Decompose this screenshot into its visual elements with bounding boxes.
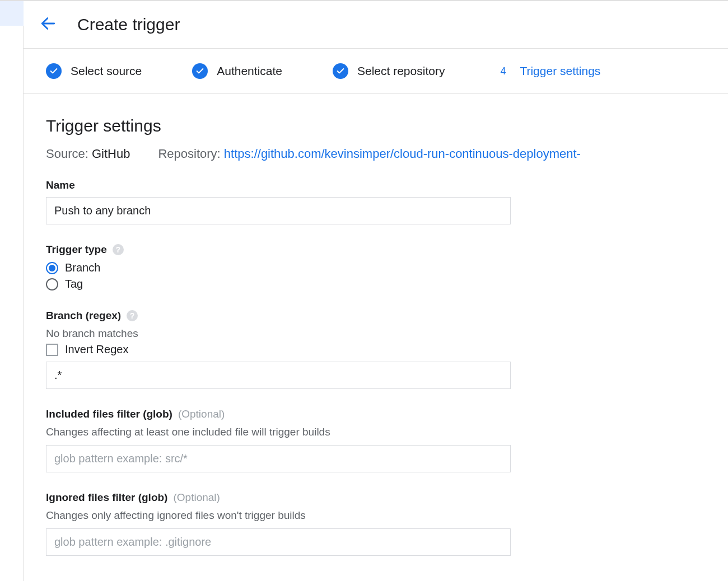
source-value: GitHub xyxy=(92,147,130,161)
section-title: Trigger settings xyxy=(46,116,673,135)
optional-text: (Optional) xyxy=(178,408,225,420)
branch-regex-subtext: No branch matches xyxy=(46,327,511,340)
branch-regex-field: Branch (regex) ? No branch matches Inver… xyxy=(46,310,511,389)
checkbox-icon xyxy=(46,344,58,356)
trigger-type-label-text: Trigger type xyxy=(46,243,107,256)
step-label: Select source xyxy=(71,64,142,78)
back-arrow-icon[interactable] xyxy=(39,15,57,35)
included-files-field: Included files filter (glob) (Optional) … xyxy=(46,408,511,472)
radio-label: Branch xyxy=(65,261,100,274)
help-icon[interactable]: ? xyxy=(127,310,138,321)
name-input[interactable] xyxy=(46,197,511,224)
step-1[interactable]: Select source xyxy=(46,63,142,79)
included-files-label: Included files filter (glob) (Optional) xyxy=(46,408,511,420)
meta-row: Source: GitHub Repository: https://githu… xyxy=(46,147,673,161)
ignored-files-label: Ignored files filter (glob) (Optional) xyxy=(46,491,511,504)
step-2[interactable]: Authenticate xyxy=(192,63,282,79)
radio-branch[interactable]: Branch xyxy=(46,261,511,274)
sidebar-item-active[interactable] xyxy=(0,1,24,26)
included-files-label-text: Included files filter (glob) xyxy=(46,408,172,420)
radio-tag[interactable]: Tag xyxy=(46,278,511,290)
step-label: Trigger settings xyxy=(520,64,600,78)
trigger-type-field: Trigger type ? Branch Tag xyxy=(46,243,511,290)
content: Trigger settings Source: GitHub Reposito… xyxy=(24,94,696,556)
check-icon xyxy=(46,63,62,79)
name-field: Name xyxy=(46,179,511,224)
branch-regex-input[interactable] xyxy=(46,362,511,389)
page-title: Create trigger xyxy=(77,15,180,34)
included-files-desc: Changes affecting at least one included … xyxy=(46,426,511,438)
repo-label: Repository: xyxy=(158,147,220,161)
repo-link[interactable]: https://github.com/kevinsimper/cloud-run… xyxy=(224,147,581,161)
trigger-type-radio-group: Branch Tag xyxy=(46,261,511,290)
main-panel: Create trigger Select source Authenticat… xyxy=(24,1,728,581)
step-label: Select repository xyxy=(357,64,445,78)
check-icon xyxy=(192,63,208,79)
included-files-input[interactable] xyxy=(46,445,511,472)
ignored-files-input[interactable] xyxy=(46,528,511,556)
header: Create trigger xyxy=(24,1,728,48)
radio-icon xyxy=(46,262,58,274)
source-meta: Source: GitHub xyxy=(46,147,130,161)
ignored-files-desc: Changes only affecting ignored files won… xyxy=(46,509,511,522)
check-icon xyxy=(333,63,348,79)
source-label: Source: xyxy=(46,147,88,161)
step-4[interactable]: 4 Trigger settings xyxy=(495,63,600,79)
stepper: Select source Authenticate Select reposi… xyxy=(24,49,728,93)
optional-text: (Optional) xyxy=(173,491,220,504)
radio-icon xyxy=(46,278,58,290)
help-icon[interactable]: ? xyxy=(113,244,124,255)
ignored-files-field: Ignored files filter (glob) (Optional) C… xyxy=(46,491,511,556)
branch-regex-label-text: Branch (regex) xyxy=(46,310,121,322)
branch-regex-label: Branch (regex) ? xyxy=(46,310,511,322)
radio-label: Tag xyxy=(65,278,83,290)
ignored-files-label-text: Ignored files filter (glob) xyxy=(46,491,167,504)
name-label: Name xyxy=(46,179,511,191)
repo-meta: Repository: https://github.com/kevinsimp… xyxy=(158,147,581,161)
step-number: 4 xyxy=(495,63,511,79)
invert-regex-label: Invert Regex xyxy=(65,343,128,356)
invert-regex-checkbox[interactable]: Invert Regex xyxy=(46,343,511,356)
sidebar xyxy=(0,1,24,581)
step-3[interactable]: Select repository xyxy=(333,63,445,79)
trigger-type-label: Trigger type ? xyxy=(46,243,511,256)
step-label: Authenticate xyxy=(217,64,282,78)
